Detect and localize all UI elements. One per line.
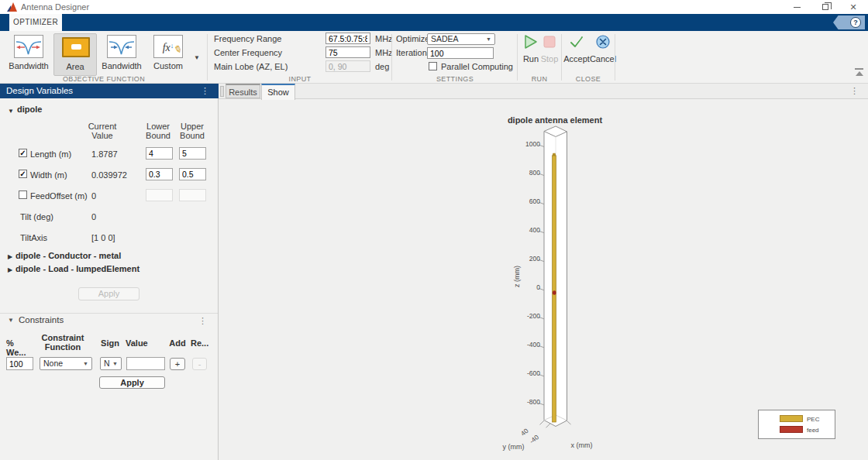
column-header-current-value: CurrentValue (79, 122, 126, 140)
iterations-label: Iterations (396, 46, 431, 60)
collapse-caret-icon[interactable]: ▼ (8, 108, 14, 115)
toolstrip-ribbon: Bandwidth Area Bandwidth fx↓✎ Cus (0, 31, 868, 84)
tab-results[interactable]: Results (226, 84, 260, 98)
iterations-input[interactable] (427, 47, 494, 59)
width-lower-bound-input[interactable] (146, 168, 173, 180)
variable-name: Tilt (deg) (20, 212, 53, 221)
center-frequency-input[interactable] (326, 46, 370, 58)
variable-name: Width (m) (30, 170, 67, 180)
check-icon (570, 35, 584, 49)
weight-input[interactable] (6, 357, 33, 370)
matlab-logo-icon (7, 2, 17, 12)
length-upper-bound-input[interactable] (179, 147, 206, 160)
constraint-value-input[interactable] (126, 357, 165, 370)
variable-name: FeedOffset (m) (30, 191, 88, 201)
restore-button[interactable] (814, 0, 837, 14)
objective-custom-button[interactable]: fx↓✎ Custom (146, 33, 190, 76)
panel-menu-icon[interactable]: ⋮ (198, 317, 207, 324)
column-header-constraint-function: ConstraintFunction (36, 333, 90, 352)
y-axis-label: y (mm) (492, 443, 535, 451)
z-tick-label: -800 (508, 398, 540, 406)
minimize-button[interactable] (785, 0, 808, 14)
objective-gallery-dropdown-button[interactable]: ▼ (191, 53, 202, 64)
close-button[interactable]: ✕ (842, 0, 865, 14)
length-lower-bound-input[interactable] (146, 147, 173, 160)
x-axis-label: x (mm) (560, 441, 603, 449)
remove-constraint-button: - (192, 358, 207, 370)
feedoffset-lower-bound-input (146, 189, 173, 201)
area-icon (62, 37, 90, 57)
column-header-sign: Sign (98, 338, 122, 348)
plot-title: dipole antenna element (477, 115, 632, 125)
column-header-upper-bound: UpperBound (176, 122, 208, 140)
legend-swatch-pec (780, 415, 803, 422)
group-label-settings: SETTINGS (394, 75, 516, 84)
accept-label: Accept (563, 54, 591, 64)
feedoffset-checkbox[interactable] (19, 191, 27, 199)
objective-bandwidth-widen-button[interactable]: Bandwidth (7, 33, 50, 76)
cancel-button[interactable] (596, 35, 610, 49)
restore-icon (822, 4, 828, 10)
run-button[interactable] (523, 34, 539, 50)
tree-item-load[interactable]: dipole - Load - lumpedElement (16, 264, 140, 273)
viewer-menu-icon[interactable]: ⋮ (850, 87, 859, 94)
design-variables-title: Design Variables (6, 86, 73, 95)
play-icon (523, 34, 539, 50)
parallel-computing-checkbox[interactable] (429, 62, 437, 70)
button-label: Custom (146, 61, 190, 70)
variable-current-value: 0 (91, 191, 96, 201)
center-frequency-unit: MHz (375, 48, 393, 57)
design-variables-header: Design Variables ⋮ (0, 84, 219, 98)
frequency-range-label: Frequency Range (214, 32, 281, 46)
fx-pencil-icon: fx↓✎ (153, 35, 183, 58)
stop-label: Stop (538, 54, 561, 64)
z-tick-label: 400 (508, 226, 540, 234)
optimizer-value: SADEA (431, 34, 459, 43)
expand-caret-icon[interactable]: ▶ (8, 253, 12, 260)
group-separator (561, 34, 562, 81)
z-tick-label: 800 (508, 169, 540, 177)
group-label-objective: OBJECTIVE FUNCTION (7, 75, 201, 84)
parallel-computing-label: Parallel Computing (441, 60, 513, 74)
variable-current-value: 0 (91, 212, 96, 221)
group-label-close: CLOSE (563, 75, 614, 84)
width-upper-bound-input[interactable] (179, 168, 206, 180)
stop-icon (543, 36, 556, 48)
constraints-header: ▼ Constraints ⋮ (0, 314, 218, 328)
panel-splitter-handle[interactable] (220, 86, 224, 97)
constraints-apply-button[interactable]: Apply (99, 376, 165, 389)
optimizer-dropdown[interactable]: SADEA▼ (427, 33, 495, 45)
help-button[interactable]: ? (833, 15, 865, 29)
legend-label-pec: PEC (807, 416, 819, 423)
collapse-caret-icon[interactable]: ▼ (8, 317, 14, 324)
tab-optimizer[interactable]: OPTIMIZER (9, 14, 62, 31)
width-checkbox[interactable]: ✓ (19, 170, 27, 178)
constraint-function-value: None (43, 359, 63, 368)
minimize-icon (794, 7, 801, 8)
viewer-tab-bar: Results Show ⋮ (219, 84, 868, 99)
objective-area-button[interactable]: Area (53, 33, 97, 76)
viewer-panel (219, 84, 868, 460)
add-constraint-button[interactable]: + (170, 358, 185, 370)
tree-item-conductor[interactable]: dipole - Conductor - metal (16, 251, 121, 260)
accept-button[interactable] (570, 35, 584, 49)
variable-row-length: ✓ Length (m) 1.8787 (0, 146, 218, 163)
sign-dropdown[interactable]: N▼ (100, 357, 122, 370)
variable-row-width: ✓ Width (m) 0.039972 (0, 167, 218, 184)
variable-row-feedoffset: FeedOffset (m) 0 (0, 188, 218, 205)
length-checkbox[interactable]: ✓ (19, 149, 27, 157)
tab-show[interactable]: Show (261, 84, 295, 100)
expand-caret-icon[interactable]: ▶ (8, 266, 12, 273)
collapse-ribbon-button[interactable] (854, 68, 865, 77)
dipole-group-label[interactable]: dipole (17, 105, 42, 114)
main-lobe-unit: deg (375, 62, 389, 71)
panel-menu-icon[interactable]: ⋮ (201, 87, 209, 94)
variable-row-tilt: Tilt (deg) 0 (0, 209, 218, 226)
button-label: Bandwidth (7, 61, 50, 70)
frequency-range-input[interactable] (326, 33, 370, 44)
antenna-designer-app: Antenna Designer ✕ OPTIMIZER ? Bandwidth (0, 0, 868, 460)
constraint-function-dropdown[interactable]: None▼ (40, 357, 92, 370)
objective-bandwidth-narrow-button[interactable]: Bandwidth (100, 33, 143, 76)
legend-swatch-feed (780, 426, 803, 433)
group-separator (517, 34, 518, 81)
